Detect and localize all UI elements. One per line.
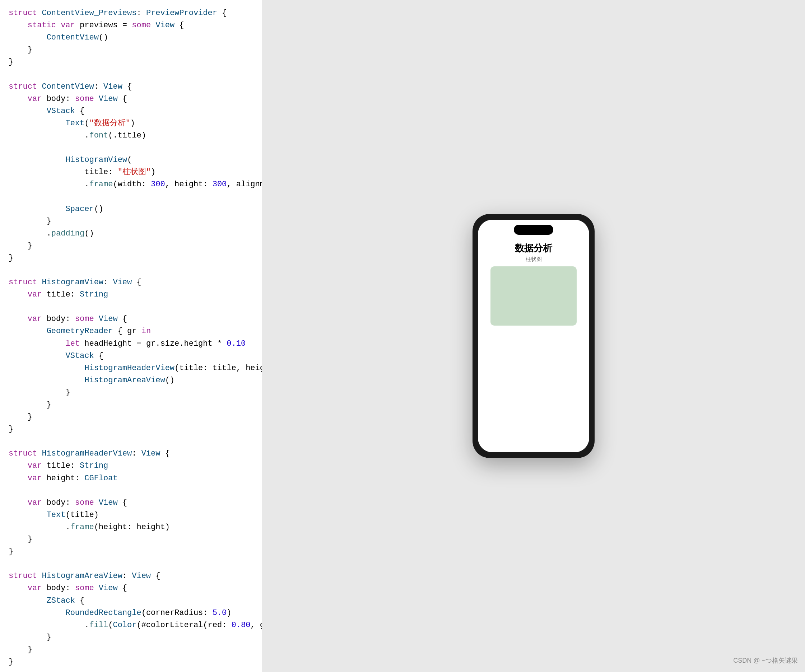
preview-panel: 数据分析 柱状图 CSDN @ ~つ格矢谜果 — [262, 0, 805, 672]
phone-frame: 数据分析 柱状图 — [473, 214, 595, 458]
histogram-area — [490, 266, 577, 325]
code-content: struct ContentView_Previews: PreviewProv… — [8, 7, 253, 668]
csdn-watermark: CSDN @ ~つ格矢谜果 — [733, 656, 798, 665]
phone-screen: 数据分析 柱状图 — [478, 220, 589, 452]
phone-title: 数据分析 — [515, 242, 552, 255]
dynamic-island — [514, 225, 553, 235]
code-panel: struct ContentView_Previews: PreviewProv… — [0, 0, 262, 672]
phone-subtitle: 柱状图 — [526, 256, 542, 263]
phone-content: 数据分析 柱状图 — [478, 235, 589, 452]
